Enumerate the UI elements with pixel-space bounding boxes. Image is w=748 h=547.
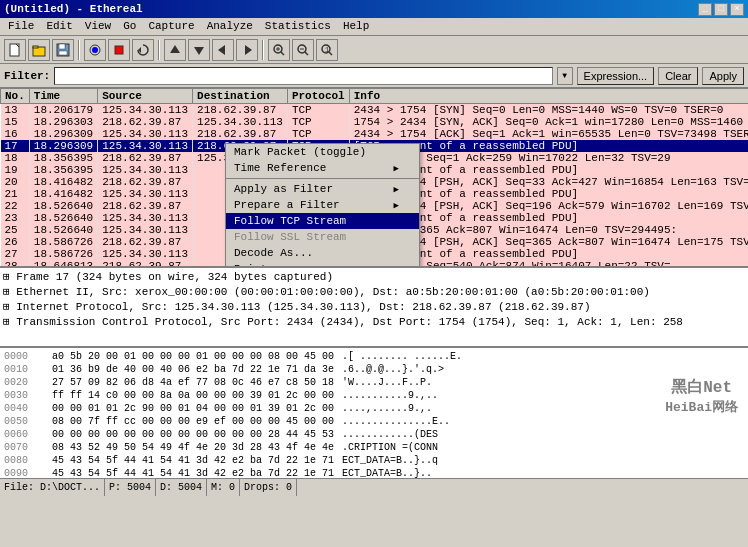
- watermark-line2: HeiBai网络: [665, 398, 738, 416]
- hex-line: 0030ff ff 14 c0 00 00 8a 0a 00 00 00 39 …: [4, 389, 744, 402]
- context-menu-item[interactable]: Follow TCP Stream: [226, 213, 419, 229]
- zoom-in-icon: [272, 43, 286, 57]
- back-button[interactable]: [212, 39, 234, 61]
- tree-item[interactable]: ⊞ Transmission Control Protocol, Src Por…: [1, 314, 747, 329]
- expression-button[interactable]: Expression...: [577, 67, 655, 85]
- tree-item[interactable]: ⊞ Ethernet II, Src: xerox_00:00:00 (00:0…: [1, 284, 747, 299]
- context-menu-item[interactable]: Decode As...: [226, 245, 419, 261]
- clear-button[interactable]: Clear: [658, 67, 698, 85]
- zoom-out-button[interactable]: [292, 39, 314, 61]
- svg-marker-10: [170, 45, 180, 53]
- hex-ascii: ...........9.,..: [342, 389, 438, 402]
- scroll-up-icon: [168, 43, 182, 57]
- context-menu-item[interactable]: Time Reference▶: [226, 160, 419, 176]
- save-button[interactable]: [52, 39, 74, 61]
- hex-ascii: ............(DES: [342, 428, 438, 441]
- close-button[interactable]: ×: [730, 3, 744, 16]
- col-info: Info: [349, 89, 748, 104]
- hex-offset: 0060: [4, 428, 44, 441]
- menu-analyze[interactable]: Analyze: [201, 19, 259, 34]
- packet-list[interactable]: No. Time Source Destination Protocol Inf…: [0, 88, 748, 268]
- tree-item[interactable]: ⊞ Internet Protocol, Src: 125.34.30.113 …: [1, 299, 747, 314]
- hex-ascii: .6..@.@...}.'.q.>: [342, 363, 444, 376]
- restart-icon: [136, 43, 150, 57]
- context-menu: Mark Packet (toggle)Time Reference▶Apply…: [225, 143, 420, 268]
- menu-statistics[interactable]: Statistics: [259, 19, 337, 34]
- filter-input[interactable]: [54, 67, 552, 85]
- svg-marker-12: [218, 45, 225, 55]
- context-menu-item[interactable]: Prepare a Filter▶: [226, 197, 419, 213]
- status-segment: M: 0: [207, 479, 240, 496]
- new-icon: [8, 43, 22, 57]
- stop-icon: [112, 43, 126, 57]
- submenu-arrow-icon: ▶: [394, 200, 399, 211]
- tree-item[interactable]: ⊞ Frame 17 (324 bytes on wire, 324 bytes…: [1, 269, 747, 284]
- hex-line: 001001 36 b9 de 40 00 40 06 e2 ba 7d 22 …: [4, 363, 744, 376]
- status-segment: D: 5004: [156, 479, 207, 496]
- menu-edit[interactable]: Edit: [40, 19, 78, 34]
- hex-offset: 0000: [4, 350, 44, 363]
- hex-offset: 0040: [4, 402, 44, 415]
- zoom-in-button[interactable]: [268, 39, 290, 61]
- separator-1: [78, 40, 80, 60]
- watermark: 黑白Net HeiBai网络: [665, 377, 738, 416]
- forward-icon: [240, 43, 254, 57]
- menu-view[interactable]: View: [79, 19, 117, 34]
- hex-bytes: 00 00 01 01 2c 90 00 01 04 00 00 01 39 0…: [52, 402, 334, 415]
- hex-line: 004000 00 01 01 2c 90 00 01 04 00 00 01 …: [4, 402, 744, 415]
- submenu-arrow-icon: ▶: [394, 163, 399, 174]
- filter-dropdown-button[interactable]: ▼: [557, 67, 573, 85]
- maximize-button[interactable]: □: [714, 3, 728, 16]
- hex-offset: 0090: [4, 467, 44, 478]
- minimize-button[interactable]: _: [698, 3, 712, 16]
- svg-rect-8: [115, 46, 123, 54]
- svg-line-20: [305, 52, 308, 55]
- svg-text:1: 1: [325, 46, 329, 54]
- hex-line: 002027 57 09 82 06 d8 4a ef 77 08 0c 46 …: [4, 376, 744, 389]
- submenu-arrow-icon: ▶: [394, 184, 399, 195]
- separator-3: [262, 40, 264, 60]
- window-title: (Untitled) - Ethereal: [4, 3, 143, 15]
- new-button[interactable]: [4, 39, 26, 61]
- table-row[interactable]: 1618.296309125.34.30.113218.62.39.87TCP2…: [1, 128, 749, 140]
- capture-stop-button[interactable]: [108, 39, 130, 61]
- apply-button[interactable]: Apply: [702, 67, 744, 85]
- hex-line: 009045 43 54 5f 44 41 54 41 3d 42 e2 ba …: [4, 467, 744, 478]
- svg-line-17: [281, 52, 284, 55]
- menu-help[interactable]: Help: [337, 19, 375, 34]
- open-button[interactable]: [28, 39, 50, 61]
- hex-bytes: ff ff 14 c0 00 00 8a 0a 00 00 00 39 01 2…: [52, 389, 334, 402]
- col-destination: Destination: [193, 89, 288, 104]
- col-no: No.: [1, 89, 30, 104]
- svg-point-7: [92, 47, 98, 53]
- hex-offset: 0030: [4, 389, 44, 402]
- scroll-up-button[interactable]: [164, 39, 186, 61]
- open-icon: [32, 43, 46, 57]
- title-bar-controls: _ □ ×: [698, 3, 744, 16]
- svg-rect-5: [59, 51, 67, 55]
- capture-restart-button[interactable]: [132, 39, 154, 61]
- scroll-down-icon: [192, 43, 206, 57]
- forward-button[interactable]: [236, 39, 258, 61]
- capture-start-button[interactable]: [84, 39, 106, 61]
- context-menu-item[interactable]: Apply as Filter▶: [226, 181, 419, 197]
- menu-file[interactable]: File: [2, 19, 40, 34]
- hex-bytes: 08 00 7f ff cc 00 00 00 e9 ef 00 00 00 4…: [52, 415, 334, 428]
- hex-bytes: 45 43 54 5f 44 41 54 41 3d 42 e2 ba 7d 2…: [52, 454, 334, 467]
- context-menu-item[interactable]: Mark Packet (toggle): [226, 144, 419, 160]
- scroll-down-button[interactable]: [188, 39, 210, 61]
- hex-ascii: .CRIPTION =(CONN: [342, 441, 438, 454]
- menu-capture[interactable]: Capture: [142, 19, 200, 34]
- hex-offset: 0080: [4, 454, 44, 467]
- context-menu-separator: [226, 178, 419, 179]
- hex-line: 005008 00 7f ff cc 00 00 00 e9 ef 00 00 …: [4, 415, 744, 428]
- capture-icon: [88, 43, 102, 57]
- table-row[interactable]: 1318.206179125.34.30.113218.62.39.87TCP2…: [1, 104, 749, 117]
- hex-ascii: ....,......9.,.: [342, 402, 432, 415]
- hex-line: 007008 43 52 49 50 54 49 4f 4e 20 3d 28 …: [4, 441, 744, 454]
- menu-go[interactable]: Go: [117, 19, 142, 34]
- hex-line: 0000a0 5b 20 00 01 00 00 00 01 00 00 00 …: [4, 350, 744, 363]
- zoom-reset-button[interactable]: 1: [316, 39, 338, 61]
- hex-ascii: 'W....J...F..P.: [342, 376, 432, 389]
- table-row[interactable]: 1518.296303218.62.39.87125.34.30.113TCP1…: [1, 116, 749, 128]
